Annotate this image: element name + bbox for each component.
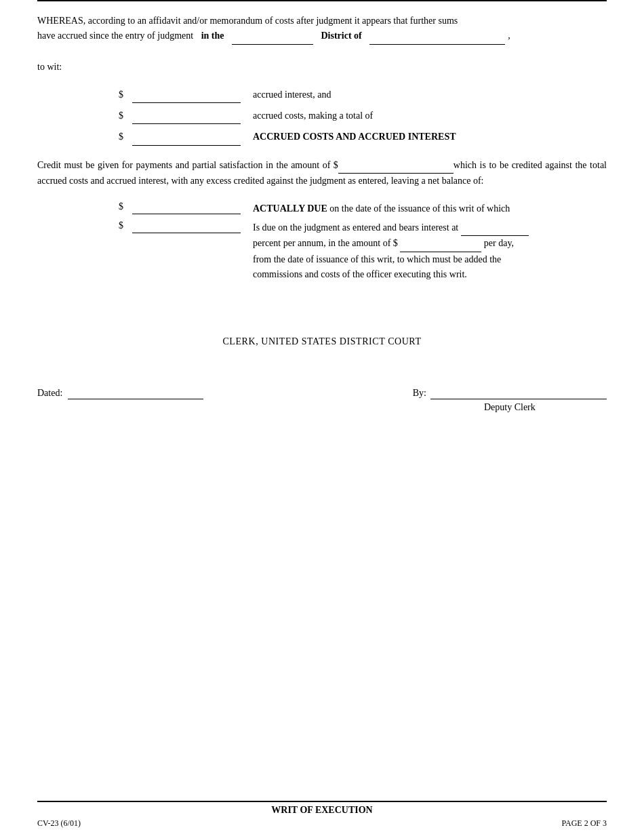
form-number: CV-23 (6/01) <box>37 818 81 829</box>
signatures-section: Dated: By: Deputy Clerk <box>37 388 607 413</box>
ad-dollar-2: $ <box>119 220 132 231</box>
by-label: By: <box>413 388 426 399</box>
deputy-clerk-label: Deputy Clerk <box>413 402 607 413</box>
whereas-line1: WHEREAS, according to an affidavit and/o… <box>37 16 458 26</box>
page: WHEREAS, according to an affidavit and/o… <box>0 0 644 834</box>
item-row-2: $ accrued costs, making a total of <box>119 108 607 124</box>
dollar-1: $ <box>119 87 132 102</box>
interest-rate-blank <box>461 220 529 236</box>
dated-block: Dated: <box>37 388 203 413</box>
district-blank <box>369 28 505 44</box>
ad-blank-2 <box>132 222 241 233</box>
items-section: $ accrued interest, and $ accrued costs,… <box>119 87 607 146</box>
whereas-line2: have accrued since the entry of judgment… <box>37 28 607 44</box>
in-the-blank <box>232 28 313 44</box>
item-label-3: ACCRUED COSTS AND ACCRUED INTEREST <box>253 130 607 144</box>
percent-suffix: percent per annum, in the amount of $ <box>253 238 398 248</box>
whereas-towit: to wit: <box>37 62 62 72</box>
whereas-paragraph: WHEREAS, according to an affidavit and/o… <box>37 14 607 75</box>
deputy-clerk-text: Deputy Clerk <box>484 402 536 412</box>
ad-blank-1 <box>132 203 241 214</box>
page-number: PAGE 2 OF 3 <box>561 818 607 829</box>
item-row-3: $ ACCRUED COSTS AND ACCRUED INTEREST <box>119 130 607 145</box>
item-blank-1 <box>132 87 241 103</box>
actually-due-bold: ACTUALLY DUE <box>253 203 327 214</box>
credit-amount-blank <box>338 158 454 174</box>
by-signature-line <box>430 388 607 399</box>
item-blank-2 <box>132 108 241 124</box>
item-row-1: $ accrued interest, and <box>119 87 607 103</box>
dollar-3: $ <box>119 130 132 144</box>
actually-due-section: $ ACTUALLY DUE on the date of the issuan… <box>119 201 607 283</box>
district-of-label: District of <box>321 28 361 43</box>
actually-due-suffix: on the date of the issuance of this writ… <box>329 203 510 214</box>
footer-bottom: CV-23 (6/01) PAGE 2 OF 3 <box>0 817 644 834</box>
commissions-text: commissions and costs of the officer exe… <box>253 269 467 279</box>
dated-label: Dated: <box>37 388 62 399</box>
content-area: WHEREAS, according to an affidavit and/o… <box>0 1 644 413</box>
item-label-1: accrued interest, and <box>253 87 607 102</box>
footer-title: WRIT OF EXECUTION <box>0 802 644 817</box>
item-label-2: accrued costs, making a total of <box>253 108 607 123</box>
ad-dollar-1: $ <box>119 201 132 212</box>
dollar-2: $ <box>119 108 132 123</box>
item-blank-3 <box>132 130 241 145</box>
clerk-title: CLERK, UNITED STATES DISTRICT COURT <box>222 336 421 346</box>
ad-row-1: $ ACTUALLY DUE on the date of the issuan… <box>119 201 607 216</box>
dated-line <box>68 388 203 399</box>
per-day-text: per day, <box>484 238 514 248</box>
clerk-section: CLERK, UNITED STATES DISTRICT COURT <box>37 336 607 347</box>
per-day-amount-blank <box>400 236 481 252</box>
ad-row-2: $ Is due on the judgment as entered and … <box>119 220 607 283</box>
ad-text-1: ACTUALLY DUE on the date of the issuance… <box>253 201 607 216</box>
credit-paragraph: Credit must be given for payments and pa… <box>37 158 607 189</box>
whereas-in-the: in the <box>201 28 224 43</box>
footer: WRIT OF EXECUTION CV-23 (6/01) PAGE 2 OF… <box>0 801 644 834</box>
from-date-text: from the date of issuance of this writ, … <box>253 254 501 264</box>
whereas-prefix: have accrued since the entry of judgment <box>37 28 193 43</box>
is-due-prefix: Is due on the judgment as entered and be… <box>253 222 458 233</box>
by-block: By: Deputy Clerk <box>413 388 607 413</box>
credit-text1: Credit must be given for payments and pa… <box>37 160 338 170</box>
by-line-row: By: <box>413 388 607 399</box>
ad-text-2: Is due on the judgment as entered and be… <box>253 220 607 283</box>
